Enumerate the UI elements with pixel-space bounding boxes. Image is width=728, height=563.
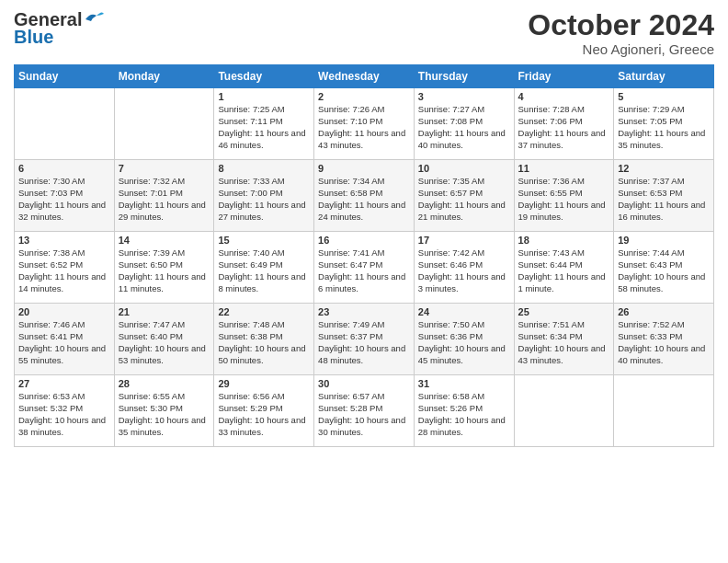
day-number: 7: [119, 163, 210, 174]
day-number: 20: [18, 306, 110, 317]
title-location: Neo Agioneri, Greece: [528, 41, 714, 57]
table-row: 12Sunrise: 7:37 AMSunset: 6:53 PMDayligh…: [614, 160, 714, 232]
table-row: 13Sunrise: 7:38 AMSunset: 6:52 PMDayligh…: [15, 232, 115, 304]
day-info: Sunrise: 7:46 AMSunset: 6:41 PMDaylight:…: [18, 319, 110, 366]
table-row: [114, 88, 214, 160]
day-info: Sunrise: 7:44 AMSunset: 6:43 PMDaylight:…: [618, 247, 710, 294]
col-wednesday: Wednesday: [314, 65, 415, 88]
day-info: Sunrise: 7:36 AMSunset: 6:55 PMDaylight:…: [518, 176, 610, 223]
table-row: 25Sunrise: 7:51 AMSunset: 6:34 PMDayligh…: [514, 304, 614, 375]
logo-bird-icon: [84, 10, 106, 27]
day-number: 10: [418, 163, 510, 174]
day-info: Sunrise: 6:53 AMSunset: 5:32 PMDaylight:…: [18, 391, 110, 438]
table-row: 27Sunrise: 6:53 AMSunset: 5:32 PMDayligh…: [15, 375, 115, 447]
table-row: 4Sunrise: 7:28 AMSunset: 7:06 PMDaylight…: [514, 88, 614, 160]
day-number: 28: [119, 378, 210, 389]
table-row: 15Sunrise: 7:40 AMSunset: 6:49 PMDayligh…: [214, 232, 314, 304]
day-number: 14: [119, 235, 210, 246]
day-number: 22: [218, 306, 310, 317]
table-row: 26Sunrise: 7:52 AMSunset: 6:33 PMDayligh…: [614, 304, 714, 375]
table-row: 21Sunrise: 7:47 AMSunset: 6:40 PMDayligh…: [114, 304, 214, 375]
day-number: 17: [418, 235, 510, 246]
day-info: Sunrise: 7:34 AMSunset: 6:58 PMDaylight:…: [318, 176, 410, 223]
title-month: October 2024: [528, 9, 714, 41]
day-number: 8: [218, 163, 310, 174]
day-number: 26: [618, 306, 710, 317]
day-number: 25: [518, 306, 610, 317]
day-info: Sunrise: 7:41 AMSunset: 6:47 PMDaylight:…: [318, 247, 410, 294]
table-row: 5Sunrise: 7:29 AMSunset: 7:05 PMDaylight…: [614, 88, 714, 160]
day-info: Sunrise: 7:38 AMSunset: 6:52 PMDaylight:…: [18, 247, 110, 294]
table-row: 2Sunrise: 7:26 AMSunset: 7:10 PMDaylight…: [314, 88, 415, 160]
day-info: Sunrise: 6:56 AMSunset: 5:29 PMDaylight:…: [218, 391, 310, 438]
day-number: 9: [318, 163, 410, 174]
col-sunday: Sunday: [15, 65, 115, 88]
day-info: Sunrise: 7:35 AMSunset: 6:57 PMDaylight:…: [418, 176, 510, 223]
table-row: 29Sunrise: 6:56 AMSunset: 5:29 PMDayligh…: [214, 375, 314, 447]
day-info: Sunrise: 7:40 AMSunset: 6:49 PMDaylight:…: [218, 247, 310, 294]
day-number: 24: [418, 306, 510, 317]
day-info: Sunrise: 7:32 AMSunset: 7:01 PMDaylight:…: [119, 176, 210, 223]
day-info: Sunrise: 7:52 AMSunset: 6:33 PMDaylight:…: [618, 319, 710, 366]
main-container: General Blue October 2024 Neo Agioneri, …: [0, 0, 728, 456]
day-info: Sunrise: 7:25 AMSunset: 7:11 PMDaylight:…: [218, 104, 310, 151]
day-info: Sunrise: 7:48 AMSunset: 6:38 PMDaylight:…: [218, 319, 310, 366]
day-info: Sunrise: 7:26 AMSunset: 7:10 PMDaylight:…: [318, 104, 410, 151]
day-info: Sunrise: 6:55 AMSunset: 5:30 PMDaylight:…: [119, 391, 210, 438]
day-number: 5: [618, 91, 710, 102]
table-row: 8Sunrise: 7:33 AMSunset: 7:00 PMDaylight…: [214, 160, 314, 232]
day-info: Sunrise: 7:29 AMSunset: 7:05 PMDaylight:…: [618, 104, 710, 151]
day-number: 15: [218, 235, 310, 246]
table-row: 16Sunrise: 7:41 AMSunset: 6:47 PMDayligh…: [314, 232, 415, 304]
day-info: Sunrise: 7:37 AMSunset: 6:53 PMDaylight:…: [618, 176, 710, 223]
day-number: 1: [218, 91, 310, 102]
logo-blue: Blue: [14, 27, 53, 48]
table-row: 23Sunrise: 7:49 AMSunset: 6:37 PMDayligh…: [314, 304, 415, 375]
day-number: 30: [318, 378, 410, 389]
table-row: 3Sunrise: 7:27 AMSunset: 7:08 PMDaylight…: [414, 88, 514, 160]
table-row: 11Sunrise: 7:36 AMSunset: 6:55 PMDayligh…: [514, 160, 614, 232]
table-row: 1Sunrise: 7:25 AMSunset: 7:11 PMDaylight…: [214, 88, 314, 160]
table-row: 14Sunrise: 7:39 AMSunset: 6:50 PMDayligh…: [114, 232, 214, 304]
day-number: 2: [318, 91, 410, 102]
day-info: Sunrise: 7:43 AMSunset: 6:44 PMDaylight:…: [518, 247, 610, 294]
table-row: 28Sunrise: 6:55 AMSunset: 5:30 PMDayligh…: [114, 375, 214, 447]
day-number: 4: [518, 91, 610, 102]
day-number: 13: [18, 235, 110, 246]
day-info: Sunrise: 6:57 AMSunset: 5:28 PMDaylight:…: [318, 391, 410, 438]
logo: General Blue: [14, 9, 106, 48]
day-number: 11: [518, 163, 610, 174]
day-info: Sunrise: 7:28 AMSunset: 7:06 PMDaylight:…: [518, 104, 610, 151]
header: General Blue October 2024 Neo Agioneri, …: [14, 9, 714, 57]
day-number: 6: [18, 163, 110, 174]
table-row: 31Sunrise: 6:58 AMSunset: 5:26 PMDayligh…: [414, 375, 514, 447]
day-info: Sunrise: 7:50 AMSunset: 6:36 PMDaylight:…: [418, 319, 510, 366]
col-monday: Monday: [114, 65, 214, 88]
day-number: 16: [318, 235, 410, 246]
col-saturday: Saturday: [614, 65, 714, 88]
table-row: 9Sunrise: 7:34 AMSunset: 6:58 PMDaylight…: [314, 160, 415, 232]
table-row: 10Sunrise: 7:35 AMSunset: 6:57 PMDayligh…: [414, 160, 514, 232]
day-number: 18: [518, 235, 610, 246]
day-number: 31: [418, 378, 510, 389]
calendar-table: Sunday Monday Tuesday Wednesday Thursday…: [14, 64, 714, 447]
day-info: Sunrise: 7:27 AMSunset: 7:08 PMDaylight:…: [418, 104, 510, 151]
table-row: [514, 375, 614, 447]
table-row: 18Sunrise: 7:43 AMSunset: 6:44 PMDayligh…: [514, 232, 614, 304]
day-info: Sunrise: 7:51 AMSunset: 6:34 PMDaylight:…: [518, 319, 610, 366]
day-info: Sunrise: 7:39 AMSunset: 6:50 PMDaylight:…: [119, 247, 210, 294]
day-info: Sunrise: 6:58 AMSunset: 5:26 PMDaylight:…: [418, 391, 510, 438]
table-row: 22Sunrise: 7:48 AMSunset: 6:38 PMDayligh…: [214, 304, 314, 375]
table-row: [15, 88, 115, 160]
table-row: 19Sunrise: 7:44 AMSunset: 6:43 PMDayligh…: [614, 232, 714, 304]
day-info: Sunrise: 7:30 AMSunset: 7:03 PMDaylight:…: [18, 176, 110, 223]
table-row: 6Sunrise: 7:30 AMSunset: 7:03 PMDaylight…: [15, 160, 115, 232]
day-number: 29: [218, 378, 310, 389]
day-info: Sunrise: 7:33 AMSunset: 7:00 PMDaylight:…: [218, 176, 310, 223]
day-number: 12: [618, 163, 710, 174]
day-info: Sunrise: 7:42 AMSunset: 6:46 PMDaylight:…: [418, 247, 510, 294]
col-tuesday: Tuesday: [214, 65, 314, 88]
header-row: Sunday Monday Tuesday Wednesday Thursday…: [15, 65, 714, 88]
table-row: 7Sunrise: 7:32 AMSunset: 7:01 PMDaylight…: [114, 160, 214, 232]
day-number: 21: [119, 306, 210, 317]
